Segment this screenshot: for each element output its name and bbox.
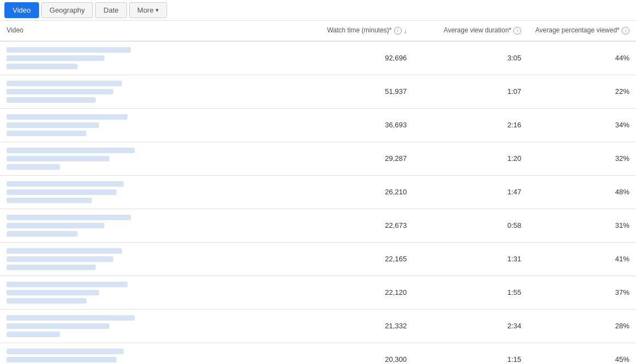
video-cell: [0, 108, 191, 142]
tab-more[interactable]: More: [129, 2, 168, 18]
avgduration-cell: 2:34: [413, 309, 528, 343]
avgpct-info-icon[interactable]: i: [622, 27, 629, 35]
col-watchtime-label: Watch time (minutes)*: [327, 26, 392, 35]
avgduration-cell: 1:20: [413, 142, 528, 175]
video-cell: [0, 175, 191, 209]
avgduration-cell: 1:47: [413, 175, 528, 209]
col-avgpct-label: Average percentage viewed*: [535, 26, 620, 35]
avgpct-cell: 37%: [528, 276, 636, 309]
col-header-avgduration: Average view duration* i: [413, 21, 528, 41]
table-row[interactable]: 22,1651:3141%: [0, 242, 636, 276]
avgpct-cell: 41%: [528, 242, 636, 276]
avgpct-cell: 22%: [528, 75, 636, 108]
video-cell: [0, 209, 191, 242]
video-cell: [0, 309, 191, 343]
avgduration-info-icon[interactable]: i: [513, 27, 521, 35]
avgpct-cell: 48%: [528, 175, 636, 209]
table-row[interactable]: 20,3001:1545%: [0, 343, 636, 364]
col-avgduration-label: Average view duration*: [444, 26, 511, 35]
tab-video[interactable]: Video: [4, 2, 39, 18]
table-row[interactable]: 22,6730:5831%: [0, 209, 636, 242]
watchtime-info-icon[interactable]: i: [394, 27, 402, 35]
video-cell: [0, 343, 191, 364]
watchtime-cell: 29,287: [191, 142, 413, 175]
avgpct-cell: 45%: [528, 343, 636, 364]
avgduration-cell: 0:58: [413, 209, 528, 242]
avgpct-cell: 28%: [528, 309, 636, 343]
col-header-video: Video: [0, 21, 191, 41]
watchtime-cell: 22,673: [191, 209, 413, 242]
data-table: Video Watch time (minutes)* i ↓ Average …: [0, 21, 636, 364]
table-row[interactable]: 92,6963:0544%: [0, 41, 636, 75]
video-cell: [0, 41, 191, 75]
avgduration-cell: 1:07: [413, 75, 528, 108]
table-row[interactable]: 36,6932:1634%: [0, 108, 636, 142]
watchtime-cell: 22,120: [191, 276, 413, 309]
avgpct-cell: 34%: [528, 108, 636, 142]
avgduration-cell: 1:55: [413, 276, 528, 309]
avgduration-cell: 1:31: [413, 242, 528, 276]
col-header-watchtime: Watch time (minutes)* i ↓: [191, 21, 413, 41]
table-row[interactable]: 51,9371:0722%: [0, 75, 636, 108]
video-cell: [0, 75, 191, 108]
tab-date[interactable]: Date: [95, 2, 126, 18]
watchtime-cell: 92,696: [191, 41, 413, 75]
watchtime-cell: 21,332: [191, 309, 413, 343]
watchtime-cell: 22,165: [191, 242, 413, 276]
video-cell: [0, 276, 191, 309]
avgduration-cell: 1:15: [413, 343, 528, 364]
avgpct-cell: 31%: [528, 209, 636, 242]
table-row[interactable]: 22,1201:5537%: [0, 276, 636, 309]
watchtime-sort-icon[interactable]: ↓: [404, 27, 407, 35]
avgduration-cell: 3:05: [413, 41, 528, 75]
tabs-bar: VideoGeographyDateMore: [0, 0, 636, 21]
video-cell: [0, 142, 191, 175]
avgpct-cell: 44%: [528, 41, 636, 75]
col-video-label: Video: [7, 26, 23, 34]
col-header-avgpct: Average percentage viewed* i: [528, 21, 636, 41]
watchtime-cell: 20,300: [191, 343, 413, 364]
avgpct-cell: 32%: [528, 142, 636, 175]
watchtime-cell: 51,937: [191, 75, 413, 108]
table-row[interactable]: 26,2101:4748%: [0, 175, 636, 209]
watchtime-cell: 26,210: [191, 175, 413, 209]
tab-geography[interactable]: Geography: [41, 2, 93, 18]
table-row[interactable]: 21,3322:3428%: [0, 309, 636, 343]
table-container: Video Watch time (minutes)* i ↓ Average …: [0, 21, 636, 364]
table-row[interactable]: 29,2871:2032%: [0, 142, 636, 175]
watchtime-cell: 36,693: [191, 108, 413, 142]
avgduration-cell: 2:16: [413, 108, 528, 142]
video-cell: [0, 242, 191, 276]
